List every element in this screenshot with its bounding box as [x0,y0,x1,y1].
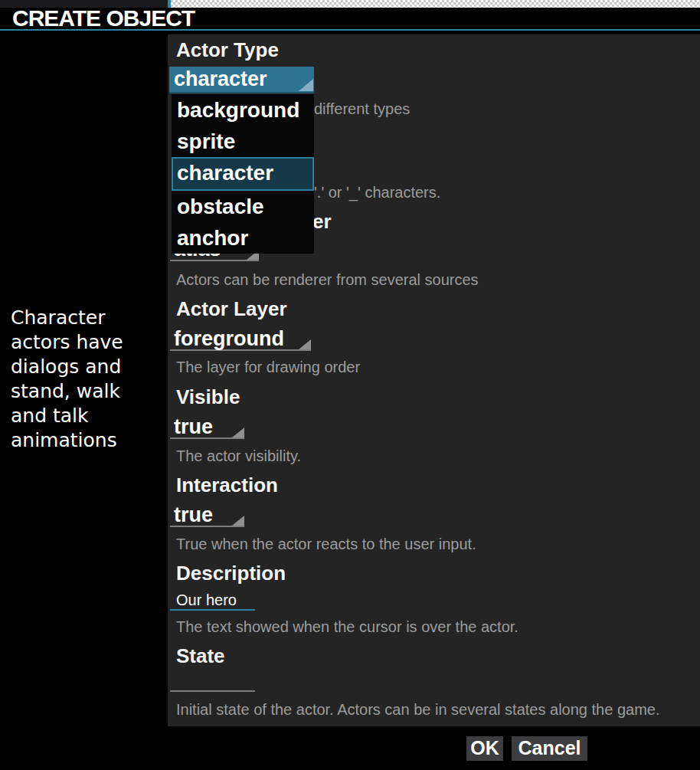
actor-type-select-arrow-icon [299,79,313,91]
description-label: Description [176,562,286,585]
dropdown-option-anchor[interactable]: anchor [172,222,314,254]
state-input[interactable] [170,671,255,692]
actor-layer-select-value: foreground [170,327,311,350]
interaction-label: Interaction [176,473,278,496]
title-bar: CREATE OBJECT [0,8,700,29]
visible-help: The actor visibility. [176,447,301,464]
state-label: State [176,644,225,667]
actor-type-info-text: Character actors have dialogs and stand,… [11,306,147,453]
dialog-title: CREATE OBJECT [12,6,195,31]
actor-type-dropdown-list: background sprite character obstacle anc… [172,94,314,254]
actor-layer-select[interactable]: foreground [170,327,311,351]
dropdown-option-sprite[interactable]: sprite [172,126,314,157]
interaction-select-arrow-icon [232,516,244,526]
interaction-select[interactable]: true [170,503,244,527]
renderer-label-fragment: er [312,210,332,234]
interaction-help: True when the actor reacts to the user i… [176,536,476,552]
dropdown-option-character[interactable]: character [172,157,314,191]
title-underline [0,29,700,31]
actor-type-select[interactable]: character [169,67,314,93]
dropdown-option-obstacle[interactable]: obstacle [172,191,314,222]
actor-type-label: Actor Type [176,38,279,61]
visible-select[interactable]: true [170,415,244,439]
dropdown-option-background[interactable]: background [172,94,314,126]
cancel-button[interactable]: Cancel [512,736,587,761]
actor-layer-select-arrow-icon [299,339,311,349]
actor-type-select-value: character [169,67,314,91]
description-input[interactable]: Our hero [170,590,255,611]
visible-select-arrow-icon [232,428,244,437]
description-input-value: Our hero [170,590,255,610]
description-help: The text showed when the cursor is over … [176,618,518,635]
visible-label: Visible [176,385,240,408]
actor-layer-help: The layer for drawing order [176,359,360,375]
state-help: Initial state of the actor. Actors can b… [176,701,659,718]
transparency-checker [171,0,700,8]
actor-type-help-fragment: different types [314,100,410,117]
create-object-dialog: CREATE OBJECT Character actors have dial… [0,0,700,770]
ok-button[interactable]: OK [466,736,503,761]
renderer-help: Actors can be renderer from several sour… [176,271,479,288]
actor-id-help-fragment: '.' or '_' characters. [314,184,440,201]
actor-layer-label: Actor Layer [176,297,287,320]
